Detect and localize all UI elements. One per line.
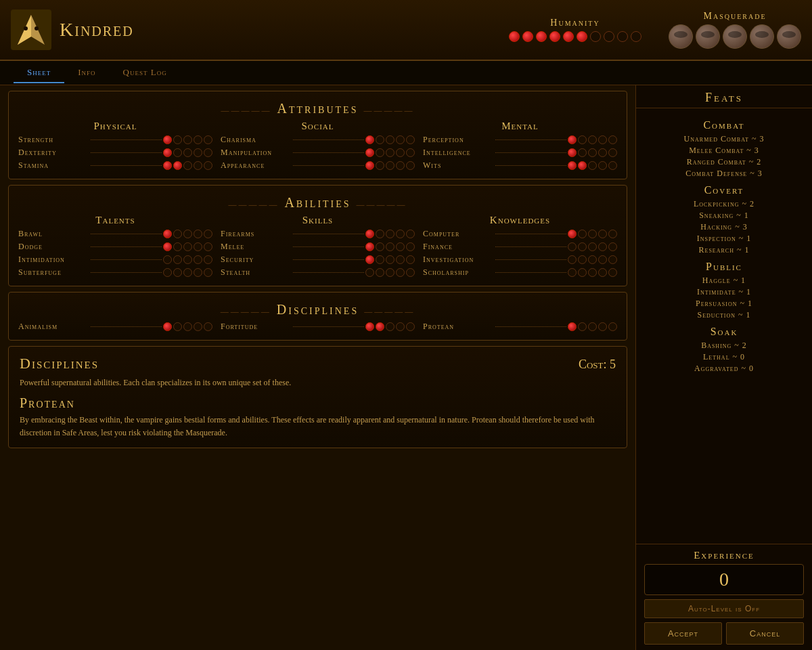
masquerade-faces [669,24,801,49]
humanity-dot[interactable] [536,31,547,42]
svg-point-4 [35,26,39,30]
feat-row: Combat Defense ~ 3 [644,169,804,179]
skills-col: Skills FirearmsMeleeSecurityStealth [217,215,419,280]
stat-name: Wits [423,160,494,171]
social-stats: CharismaManipulationAppearance [217,135,419,171]
info-panel-cost: Cost: 5 [579,358,616,372]
stat-name: Charisma [221,135,292,145]
nav-quest-log[interactable]: Quest Log [110,63,181,83]
humanity-label: Humanity [550,18,600,28]
cancel-button[interactable]: Cancel [726,622,804,645]
stat-row: Scholarship [419,267,621,278]
stat-line [293,152,364,153]
discipline-col: Animalism [14,322,217,334]
knowledges-col: Knowledges ComputerFinanceInvestigationS… [419,215,621,280]
humanity-dots [509,31,641,42]
stat-row: Brawl [14,229,217,239]
feat-row: Unarmed Combat ~ 3 [644,134,804,144]
humanity-dot[interactable] [604,31,614,42]
stat-name: Strength [18,135,89,145]
stat-name: Finance [423,242,494,252]
stat-name: Perception [423,135,494,145]
stat-row: Strength [14,135,217,145]
humanity-dot[interactable] [631,31,641,42]
stat-row: Appearance [217,160,419,171]
info-panel-description: Powerful supernatural abilities. Each cl… [20,376,616,389]
humanity-dot[interactable] [577,31,587,42]
stat-line [91,272,162,273]
feat-row: Sneaking ~ 1 [644,211,804,221]
info-ability-description: By embracing the Beast within, the vampi… [20,414,616,439]
feats-title: Feats [636,85,812,108]
stat-row: Stealth [217,267,419,278]
humanity-dot[interactable] [509,31,520,42]
attributes-title: Attributes [14,101,621,116]
info-panel-title: Disciplines [20,355,99,372]
nav-info[interactable]: Info [64,63,109,83]
experience-label: Experience [644,550,804,561]
mental-label: Mental [419,121,621,132]
discipline-col: Protean [419,322,621,334]
stat-name: Melee [221,242,292,252]
stat-line [495,152,566,153]
stat-line [293,139,364,140]
humanity-dot[interactable] [549,31,560,42]
stat-row: Investigation [419,255,621,265]
masquerade-face [669,24,693,49]
stat-name: Subterfuge [18,267,89,278]
knowledges-label: Knowledges [419,215,621,226]
stat-row: Security [217,255,419,265]
stat-row: Manipulation [217,148,419,158]
right-panel: Feats CombatUnarmed Combat ~ 3Melee Comb… [636,85,812,650]
humanity-dot[interactable] [563,31,574,42]
feat-row: Lockpicking ~ 2 [644,199,804,209]
wolf-logo-icon [11,9,51,50]
stat-row: Wits [419,160,621,171]
attributes-grid: Physical StrengthDexterityStamina Social… [14,121,621,173]
disciplines-section: Disciplines AnimalismFortitudeProtean [8,292,627,341]
header: Kindred Humanity Masquerade [0,0,812,61]
disciplines-grid: AnimalismFortitudeProtean [14,322,621,334]
feat-category-header: Soak [644,326,804,338]
stat-name: Computer [423,229,494,239]
info-panel: Disciplines Cost: 5 Powerful supernatura… [8,346,627,448]
stat-name: Brawl [18,229,89,239]
stat-row: Fortitude [217,322,419,332]
feat-row: Melee Combat ~ 3 [644,146,804,156]
feat-row: Hacking ~ 3 [644,222,804,232]
stat-line [91,139,162,140]
info-ability-name: Protean [20,395,616,411]
stat-name: Stealth [221,267,292,278]
talents-label: Talents [14,215,217,226]
stat-line [495,272,566,273]
stat-row: Firearms [217,229,419,239]
talents-stats: BrawlDodgeIntimidationSubterfuge [14,229,217,278]
stat-name: Firearms [221,229,292,239]
masquerade-face [750,24,774,49]
humanity-dot[interactable] [522,31,533,42]
accept-button[interactable]: Accept [644,622,722,645]
stat-name: Protean [423,322,494,332]
stat-row: Dexterity [14,148,217,158]
stat-name: Animalism [18,322,89,332]
masquerade-section: Masquerade [669,11,801,49]
social-label: Social [217,121,419,132]
auto-level-button[interactable]: Auto-Level is Off [644,599,804,618]
nav-sheet[interactable]: Sheet [14,63,64,83]
abilities-section: Abilities Talents BrawlDodgeIntimidation… [8,185,627,286]
stat-line [495,259,566,260]
stat-line [91,165,162,166]
stat-name: Intimidation [18,255,89,265]
bottom-buttons: Accept Cancel [644,622,804,645]
feat-row: Ranged Combat ~ 2 [644,157,804,167]
abilities-grid: Talents BrawlDodgeIntimidationSubterfuge… [14,215,621,280]
stat-row: Perception [419,135,621,145]
humanity-dot[interactable] [617,31,628,42]
masquerade-face [723,24,747,49]
stat-row: Computer [419,229,621,239]
feat-row: Persuasion ~ 1 [644,299,804,309]
masquerade-label: Masquerade [703,11,766,22]
stat-name: Scholarship [423,267,494,278]
humanity-dot[interactable] [590,31,601,42]
stat-name: Stamina [18,160,89,171]
